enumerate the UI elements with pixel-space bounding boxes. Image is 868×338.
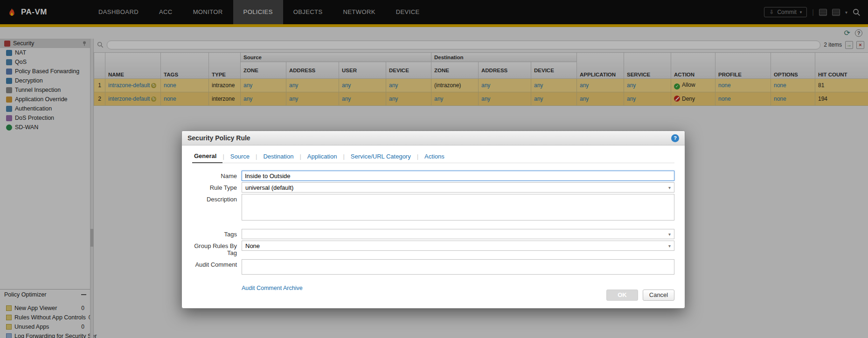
group-rules-by-tag-label: Group Rules By Tag [192, 241, 242, 256]
audit-comment-label: Audit Comment [192, 259, 242, 268]
tab-application[interactable]: Application [301, 153, 343, 163]
name-label: Name [192, 171, 242, 179]
dialog-title: Security Policy Rule [187, 134, 250, 142]
rule-type-value: universal (default) [245, 184, 293, 191]
dialog-titlebar: Security Policy Rule ? [182, 131, 685, 145]
tab-general[interactable]: General [192, 152, 222, 163]
cancel-button[interactable]: Cancel [643, 290, 674, 301]
tab-service-url-category[interactable]: Service/URL Category [345, 153, 417, 163]
chevron-down-icon: ▾ [668, 185, 671, 190]
audit-comment-archive-link[interactable]: Audit Comment Archive [242, 285, 303, 291]
rule-type-select[interactable]: universal (default) ▾ [242, 182, 674, 193]
security-policy-rule-dialog: Security Policy Rule ? General | Source … [181, 131, 685, 309]
dialog-tabs: General | Source | Destination | Applica… [192, 151, 674, 163]
ok-button[interactable]: OK [606, 290, 638, 301]
description-label: Description [192, 194, 242, 203]
audit-comment-field[interactable] [242, 259, 674, 275]
group-rules-by-tag-value: None [245, 242, 260, 249]
tab-destination[interactable]: Destination [257, 153, 299, 163]
group-rules-by-tag-select[interactable]: None ▾ [242, 241, 674, 251]
chevron-down-icon: ▾ [668, 232, 671, 237]
dialog-buttons: OK Cancel [606, 290, 674, 301]
tags-select[interactable]: ▾ [242, 229, 674, 239]
chevron-down-icon: ▾ [668, 243, 671, 248]
rule-type-label: Rule Type [192, 182, 242, 191]
description-field[interactable] [242, 194, 674, 221]
tags-label: Tags [192, 229, 242, 238]
tab-source[interactable]: Source [224, 153, 256, 163]
dialog-help-icon[interactable]: ? [671, 134, 679, 142]
name-field[interactable] [242, 171, 674, 181]
tab-actions[interactable]: Actions [418, 153, 451, 163]
pa-vm-app: PA-VM DASHBOARD ACC MONITOR POLICIES OBJ… [0, 0, 868, 338]
